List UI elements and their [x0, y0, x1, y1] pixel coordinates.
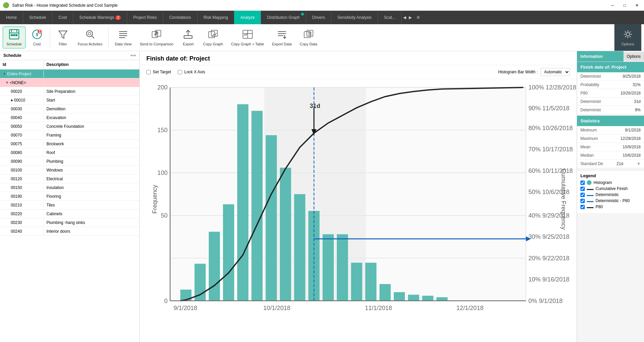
schedule-row-11[interactable]: 00100 Windows: [0, 166, 139, 175]
schedule-row-4[interactable]: 00030 Demolition: [0, 105, 139, 113]
svg-marker-11: [59, 31, 67, 38]
toolbar-copydata-label: Copy Data: [300, 42, 317, 46]
toolbar-focus[interactable]: Focus Activites: [74, 27, 106, 48]
row-id-13: 00150: [0, 184, 44, 191]
toolbar-sendcomp[interactable]: Send to Comparison: [136, 27, 177, 48]
expand-icon-1[interactable]: ▼: [5, 81, 9, 84]
schedule-row-3[interactable]: ♦ 00010 Start: [0, 96, 139, 105]
legend-histogram: Histogram: [580, 180, 641, 185]
toolbar-copygraphtable[interactable]: Copy Graph + Table: [228, 27, 267, 48]
svg-text:10/1/2018: 10/1/2018: [263, 305, 291, 311]
schedule-row-10[interactable]: 00090 Plumbing: [0, 157, 139, 166]
legend-det-p80-check[interactable]: [580, 199, 585, 203]
options-icon: [622, 29, 633, 41]
toolbar-cost[interactable]: $1 Cost: [27, 27, 47, 48]
schedule-row-17[interactable]: 00230 Plumbing -hang sinks: [0, 218, 139, 227]
legend-det-p80-line: [587, 201, 594, 202]
svg-point-38: [626, 33, 630, 36]
svg-text:0% 9/1/2018: 0% 9/1/2018: [528, 298, 563, 304]
schedule-row-7[interactable]: 00070 Framing: [0, 131, 139, 140]
info-value-3: 31d: [634, 99, 641, 104]
info-value-max: 12/28/2018: [620, 136, 641, 141]
schedule-row-12[interactable]: 00120 Electrical: [0, 175, 139, 183]
row-id-11: 00100: [0, 167, 44, 174]
set-target-control[interactable]: Set Target: [146, 70, 171, 74]
toolbar-exportdata[interactable]: Export Data: [269, 27, 295, 48]
tab-project-risks[interactable]: Project Risks: [127, 11, 163, 24]
info-mean: Mean 10/9/2018: [577, 143, 644, 151]
schedule-row-1[interactable]: ▼ <NONE>: [0, 78, 139, 87]
legend-p80-check[interactable]: [580, 205, 585, 209]
schedule-table: Id Description ▼ Entire Project ▼ <NONE>: [0, 60, 139, 342]
schedule-row-15[interactable]: 00210 Tiles: [0, 201, 139, 210]
tab-cost[interactable]: Cost: [52, 11, 73, 24]
schedule-row-5[interactable]: 00040 Excavation: [0, 113, 139, 122]
svg-text:150: 150: [157, 127, 168, 134]
schedule-row-14[interactable]: 00190 Flooring: [0, 192, 139, 201]
set-target-checkbox[interactable]: [146, 70, 151, 74]
schedule-row-0[interactable]: ▼ Entire Project: [0, 70, 139, 78]
legend-deterministic-check[interactable]: [580, 193, 585, 197]
schedule-header: Schedule ⟺: [0, 51, 139, 60]
tab-menu[interactable]: ≡: [413, 11, 423, 24]
toolbar-copydata[interactable]: Copy Data: [296, 27, 321, 48]
lock-x-axis-checkbox[interactable]: [178, 70, 182, 74]
svg-rect-90: [351, 263, 362, 301]
row-id-16: 00220: [0, 211, 44, 217]
tab-risk-mapping[interactable]: Risk Mapping: [198, 11, 235, 24]
svg-line-43: [625, 32, 627, 33]
tab-nav-left[interactable]: ◀: [402, 11, 407, 24]
schedule-rows: ▼ Entire Project ▼ <NONE> 00020 Sit: [0, 70, 139, 342]
row-id-2: 00020: [0, 88, 44, 95]
tab-scatter[interactable]: Scat...: [378, 11, 402, 24]
minimize-button[interactable]: ─: [608, 2, 617, 9]
tab-sensitivity[interactable]: Sensitivity Analysis: [331, 11, 378, 24]
tab-nav-right[interactable]: ▶: [407, 11, 413, 24]
svg-text:200: 200: [157, 84, 168, 91]
schedule-row-8[interactable]: 00075 Brickwork: [0, 140, 139, 148]
schedule-row-13[interactable]: 00150 Insulation: [0, 183, 139, 192]
tab-drivers[interactable]: Drivers: [306, 11, 331, 24]
histogram-bar-width-select[interactable]: Automatic: [540, 68, 570, 76]
lock-x-axis-control[interactable]: Lock X Axis: [178, 70, 205, 74]
tab-analyze[interactable]: Analyze: [234, 11, 261, 24]
schedule-row-16[interactable]: 00220 Cabinets: [0, 210, 139, 218]
toolbar-options[interactable]: Options: [614, 24, 641, 51]
legend-cumulative-check[interactable]: [580, 187, 585, 191]
row-id-10: 00090: [0, 158, 44, 165]
tab-schedule-warnings[interactable]: Schedule Warnings 2: [73, 11, 127, 24]
row-desc-3: Start: [44, 97, 139, 104]
statistics-title: Statistics: [577, 116, 644, 126]
svg-line-44: [630, 36, 631, 37]
schedule-row-6[interactable]: 00050 Concrete Foundation: [0, 122, 139, 131]
schedule-row-2[interactable]: 00020 Site Preparation: [0, 87, 139, 96]
toolbar-dataview[interactable]: Data View: [111, 27, 135, 48]
svg-line-45: [630, 32, 631, 33]
svg-text:90% 11/5/2018: 90% 11/5/2018: [528, 105, 569, 112]
tab-schedule[interactable]: Schedule: [23, 11, 52, 24]
info-label-median: Median: [580, 153, 594, 158]
toolbar-export[interactable]: Export: [178, 27, 198, 48]
close-button[interactable]: ✕: [633, 2, 641, 9]
schedule-row-9[interactable]: 00080 Roof: [0, 148, 139, 157]
svg-rect-81: [223, 204, 234, 301]
svg-rect-96: [436, 297, 448, 301]
tab-correlations[interactable]: Correlations: [163, 11, 198, 24]
schedule-icon: [9, 29, 20, 41]
expand-stats-icon[interactable]: ▼: [637, 161, 641, 166]
svg-text:Cumulative Frequency: Cumulative Frequency: [560, 169, 567, 230]
toolbar-schedule[interactable]: Schedule: [3, 27, 26, 48]
expand-icon-0[interactable]: ▼: [3, 72, 6, 76]
row-id-8: 00075: [0, 141, 44, 147]
legend-histogram-check[interactable]: [580, 181, 585, 185]
tab-distribution-graph[interactable]: Distribution Graph: [261, 11, 306, 24]
toolbar-copygraph[interactable]: Copy Graph: [200, 27, 226, 48]
set-target-label: Set Target: [153, 70, 171, 74]
maximize-button[interactable]: □: [621, 2, 629, 9]
row-id-7: 00070: [0, 132, 44, 139]
row-id-5: 00040: [0, 114, 44, 121]
schedule-row-18[interactable]: 00240 Interior doors: [0, 227, 139, 236]
options-button[interactable]: Options: [623, 52, 644, 61]
tab-home[interactable]: Home: [0, 11, 23, 24]
toolbar-filter[interactable]: Filter: [53, 27, 73, 48]
